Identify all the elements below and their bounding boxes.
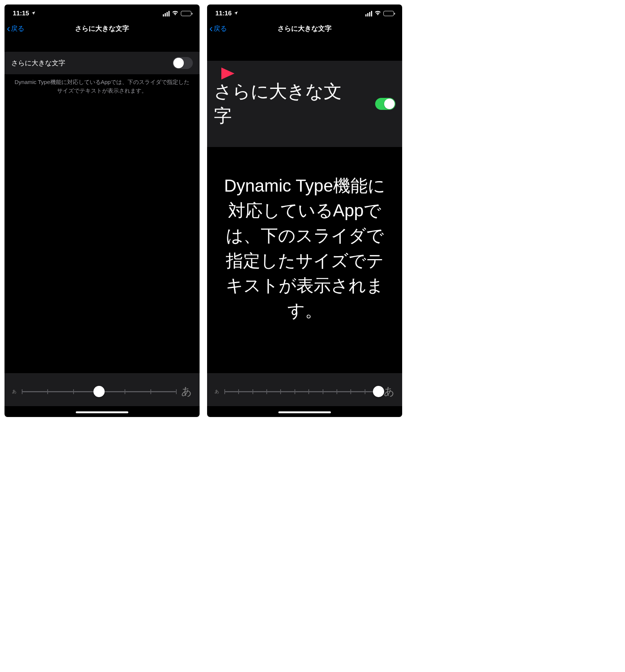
text-size-slider-area: あ あ (5, 373, 200, 406)
page-title: さらに大きな文字 (8, 24, 196, 33)
slider-max-glyph: あ (181, 384, 192, 399)
status-time: 11:16 (215, 10, 231, 17)
larger-text-label: さらに大きな文字 (214, 80, 345, 128)
slider-thumb[interactable] (93, 386, 105, 397)
back-button[interactable]: ‹ 戻る (209, 23, 227, 34)
larger-text-label: さらに大きな文字 (11, 58, 65, 68)
signal-icon (365, 11, 372, 16)
slider-min-glyph: あ (215, 388, 219, 395)
text-size-slider[interactable] (224, 391, 379, 392)
description-text: Dynamic Type機能に対応しているAppでは、下のスライダで指定したサイ… (5, 74, 200, 99)
slider-thumb[interactable] (373, 386, 384, 397)
location-icon (234, 10, 238, 16)
battery-icon (181, 11, 191, 16)
nav-bar: ‹ 戻る さらに大きな文字 (207, 20, 402, 38)
larger-text-toggle[interactable] (375, 98, 395, 110)
signal-icon (163, 11, 170, 16)
larger-text-row[interactable]: さらに大きな文字 (5, 52, 200, 74)
chevron-left-icon: ‹ (7, 23, 10, 34)
status-time: 11:15 (13, 10, 29, 17)
home-indicator[interactable] (278, 411, 331, 413)
battery-icon (383, 11, 394, 16)
wifi-icon (172, 10, 179, 17)
back-label: 戻る (213, 24, 227, 33)
nav-bar: ‹ 戻る さらに大きな文字 (5, 20, 200, 38)
text-size-slider-area: あ あ (207, 373, 402, 406)
chevron-left-icon: ‹ (209, 23, 213, 34)
page-title: さらに大きな文字 (211, 24, 398, 33)
location-icon (31, 10, 36, 16)
screenshot-after: 11:16 ‹ 戻る さらに大きな文字 (207, 4, 402, 417)
screenshot-before: 11:15 ‹ 戻る さらに大きな文字 (5, 4, 200, 417)
larger-text-toggle[interactable] (173, 57, 193, 69)
wifi-icon (374, 10, 381, 17)
back-label: 戻る (11, 24, 24, 33)
description-text: Dynamic Type機能に対応しているAppでは、下のスライダで指定したサイ… (207, 162, 402, 323)
slider-max-glyph: あ (384, 384, 395, 399)
status-bar: 11:15 (5, 4, 200, 20)
home-indicator[interactable] (76, 411, 128, 413)
slider-min-glyph: あ (12, 388, 17, 395)
larger-text-row[interactable]: さらに大きな文字 (207, 61, 402, 147)
status-bar: 11:16 (207, 4, 402, 20)
back-button[interactable]: ‹ 戻る (7, 23, 24, 34)
text-size-slider[interactable] (22, 391, 176, 392)
